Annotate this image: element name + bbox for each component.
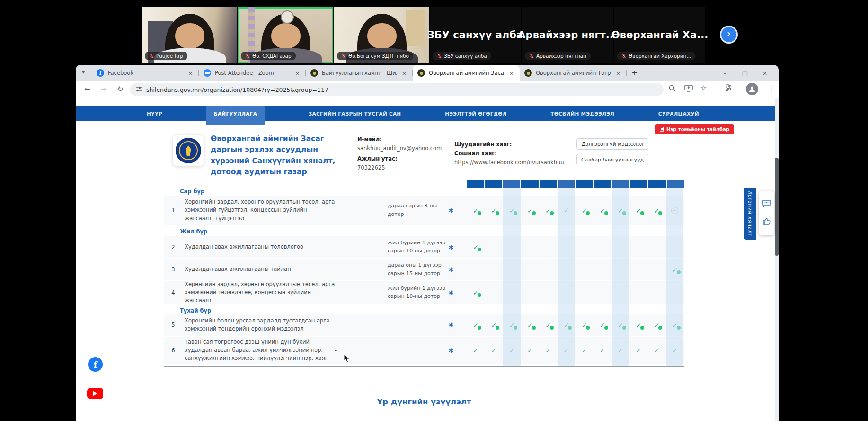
month-header-cell[interactable]	[594, 180, 611, 188]
status-cell[interactable]: ✓	[557, 314, 575, 336]
status-cell[interactable]: ✓	[593, 196, 611, 225]
status-cell[interactable]: ✓	[557, 196, 575, 225]
search-icon[interactable]	[668, 84, 676, 94]
status-cell[interactable]: ✓	[467, 314, 485, 336]
status-cell[interactable]: ✓	[467, 281, 485, 304]
install-icon[interactable]	[684, 84, 693, 94]
nav-item-4[interactable]: НЭЭЛТТЭЙ ӨГӨГДӨЛ	[445, 106, 506, 121]
status-cell[interactable]: ✓	[629, 337, 647, 364]
address-bar[interactable]: shilendans.gov.mn/organization/10804?ry=…	[130, 83, 664, 96]
status-cell[interactable]: ✓	[521, 337, 539, 364]
reload-button[interactable]: ↻	[117, 85, 124, 93]
status-cell[interactable]: ✓	[666, 337, 684, 364]
month-header-cell[interactable]	[521, 180, 538, 188]
forward-button[interactable]: →	[100, 85, 106, 93]
page-scrollbar[interactable]	[775, 98, 779, 421]
nav-item-2[interactable]: БАЙГУУЛЛАГА	[206, 106, 265, 125]
tab-close-icon[interactable]: ×	[401, 70, 408, 77]
extensions-icon[interactable]	[724, 84, 732, 94]
profile-avat​ar[interactable]	[746, 83, 758, 95]
browser-tab[interactable]: Өвөрхангай аймгийн Засаг да×	[413, 65, 520, 81]
scrollbar-thumb[interactable]	[775, 158, 779, 256]
month-header-cell[interactable]	[667, 180, 684, 188]
status-cell[interactable]: ✓	[467, 236, 485, 258]
site-info-tune-icon[interactable]	[135, 85, 142, 94]
tab-search-chevron-icon[interactable]: ▾	[82, 69, 85, 75]
status-cell[interactable]: ✓	[485, 196, 503, 225]
terms-glossary-button[interactable]: Нэр томьёоны тайлбар	[655, 124, 734, 134]
tab-close-icon[interactable]: ×	[187, 70, 194, 77]
status-cell[interactable]: −	[666, 196, 684, 225]
status-cell[interactable]: ✓	[467, 196, 485, 225]
month-header-cell[interactable]	[612, 180, 629, 188]
participant-tile[interactable]: Арвайхээр нягт...Арвайхээр нягтлан	[522, 7, 613, 63]
chat-icon[interactable]	[762, 199, 771, 209]
branch-organizations-button[interactable]: Салбар байгууллагууд	[576, 154, 648, 165]
status-cell[interactable]: ✓	[521, 314, 539, 336]
status-cell[interactable]: ✓	[611, 314, 629, 336]
status-cell[interactable]: ✓	[576, 337, 593, 364]
new-tab-button[interactable]: +	[631, 68, 638, 77]
facebook-icon[interactable]: f	[88, 357, 103, 372]
month-header-cell[interactable]	[558, 180, 575, 188]
nav-item-6[interactable]: СУРАЛЦАХУЙ	[658, 106, 699, 121]
status-cell[interactable]: ✓	[593, 337, 611, 364]
window-maximize-button[interactable]: □	[735, 70, 755, 77]
status-cell[interactable]: ✓	[485, 314, 503, 336]
status-cell[interactable]: ✓	[467, 337, 485, 364]
nav-item-5[interactable]: ТӨСВИЙН МЭДЭЭЛЭЛ	[550, 106, 614, 121]
status-cell[interactable]: ✓	[539, 196, 557, 225]
status-cell[interactable]: ✓	[503, 314, 521, 336]
month-header-cell[interactable]	[485, 180, 502, 188]
status-cell[interactable]: ✓	[557, 337, 575, 364]
status-cell[interactable]: ✓	[503, 196, 521, 225]
status-cell[interactable]: ✓	[576, 196, 593, 225]
social-url-link[interactable]: https://www.facebook.com/uvursankhuu	[454, 159, 564, 166]
tab-close-icon[interactable]: ×	[615, 70, 622, 77]
status-cell[interactable]: ✓	[629, 314, 647, 336]
status-cell[interactable]: ✓	[648, 314, 666, 336]
participant-video[interactable]: Өв. СХДАГазар	[238, 7, 333, 63]
browser-tab[interactable]: Post Attendee - Zoom×	[199, 65, 306, 81]
citizen-feedback-tab[interactable]: Иргэний хяналт	[744, 188, 756, 240]
status-cell[interactable]: ✓	[648, 337, 666, 364]
month-header-cell[interactable]	[648, 180, 665, 188]
status-cell[interactable]: ✓	[539, 337, 557, 364]
window-close-button[interactable]: ×	[755, 70, 775, 77]
nav-item-3[interactable]: ЗАСГИЙН ГАЗРЫН ТУСГАЙ САН	[309, 106, 401, 121]
status-cell[interactable]: ✓	[485, 337, 503, 364]
month-header-cell[interactable]	[503, 180, 520, 188]
status-cell[interactable]: ✓	[648, 196, 666, 225]
participant-tile[interactable]: Өвөрхангай Ха...Өвөрхангай Хархорин...	[614, 7, 705, 63]
zoom-next-participants-button[interactable]: ›	[720, 26, 738, 44]
participant-video[interactable]: Puujee Rrp	[142, 7, 237, 63]
bookmark-star-icon[interactable]: ☆	[700, 84, 707, 92]
participant-video[interactable]: Өв.Богд сум ЗДТГ нябо	[334, 7, 429, 63]
participant-tile[interactable]: ЗБУ санхүү албаЗБУ санхүү алба	[430, 7, 521, 63]
status-cell[interactable]: ✓	[629, 196, 647, 225]
status-cell[interactable]: ✓	[611, 196, 629, 225]
youtube-icon[interactable]	[87, 388, 103, 399]
window-minimize-button[interactable]: –	[715, 70, 735, 77]
status-cell[interactable]: ✓	[503, 337, 521, 364]
browser-tab[interactable]: fFacebook×	[92, 65, 199, 81]
status-cell[interactable]: ✓	[521, 196, 539, 225]
back-button[interactable]: ←	[84, 85, 90, 93]
month-header-cell[interactable]	[576, 180, 593, 188]
month-header-cell[interactable]	[467, 180, 484, 188]
browser-tab[interactable]: Өвөрхангай аймгийн Төгрөг с×	[520, 65, 627, 81]
nav-item-1[interactable]: НҮҮР	[147, 106, 162, 121]
month-header-cell[interactable]	[540, 180, 557, 188]
status-cell[interactable]: ✓	[539, 314, 557, 336]
status-cell[interactable]: ✓	[611, 337, 629, 364]
status-cell[interactable]: ✓	[666, 314, 684, 336]
details-button[interactable]: Дэлгэрэнгүй мэдээлэл	[576, 138, 648, 150]
menu-kebab-icon[interactable]: ⋮	[768, 84, 775, 93]
tab-close-icon[interactable]: ×	[508, 70, 515, 77]
month-header-cell[interactable]	[630, 180, 647, 188]
status-cell[interactable]: ✓	[576, 314, 593, 336]
status-cell[interactable]: ✓	[593, 314, 611, 336]
browser-tab[interactable]: Байгууллагын хайлт - Шилэн д×	[306, 65, 413, 81]
status-cell[interactable]: ✓	[666, 259, 684, 280]
thumbs-up-icon[interactable]	[762, 217, 771, 227]
